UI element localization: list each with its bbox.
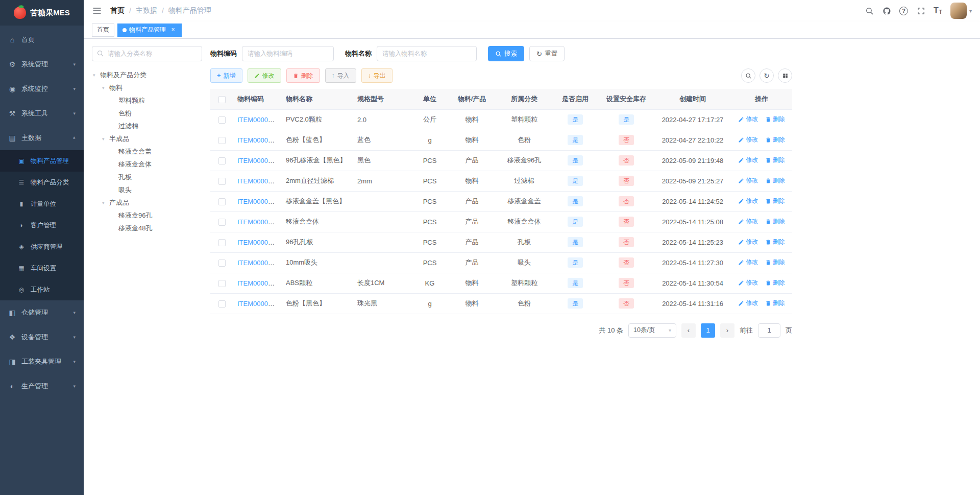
sidebar-item[interactable]: ▮ 计量单位 [0, 193, 84, 215]
help-icon[interactable] [899, 7, 908, 15]
row-checkbox[interactable] [218, 260, 226, 267]
row-delete-button[interactable]: 删除 [765, 278, 785, 287]
row-edit-button[interactable]: 修改 [738, 156, 758, 164]
tree-node[interactable]: 孔板 [92, 171, 202, 183]
sidebar-item[interactable]: ⌂ 首页 [0, 28, 84, 52]
row-checkbox[interactable] [218, 178, 226, 185]
row-edit-button[interactable]: 修改 [738, 258, 758, 267]
tree-node[interactable]: 塑料颗粒 [92, 94, 202, 107]
material-code-link[interactable]: ITEM00000056 [237, 300, 282, 308]
material-code-input[interactable] [242, 46, 334, 61]
search-button[interactable]: 搜索 [488, 46, 524, 61]
row-checkbox[interactable] [218, 239, 226, 246]
row-delete-button[interactable]: 删除 [765, 258, 785, 267]
select-all-checkbox[interactable] [218, 96, 226, 103]
category-search-input[interactable] [92, 46, 202, 61]
row-checkbox[interactable] [218, 219, 226, 226]
row-edit-button[interactable]: 修改 [738, 176, 758, 185]
row-delete-button[interactable]: 删除 [765, 197, 785, 205]
sidebar-item[interactable]: ◨ 工装夹具管理 [0, 349, 84, 374]
tree-node[interactable]: 移液盒96孔 [92, 209, 202, 222]
row-delete-button[interactable]: 删除 [765, 217, 785, 226]
columns-button[interactable] [778, 68, 792, 83]
row-checkbox[interactable] [218, 198, 226, 205]
material-code-link[interactable]: ITEM00000055 [237, 279, 282, 287]
sidebar-item[interactable]: ◉ 系统监控 [0, 77, 84, 101]
tree-node[interactable]: 产成品 [92, 196, 202, 209]
row-delete-button[interactable]: 删除 [765, 135, 785, 144]
tree-node[interactable]: 吸头 [92, 183, 202, 196]
material-code-link[interactable]: ITEM00000054 [237, 259, 282, 267]
row-edit-button[interactable]: 修改 [738, 238, 758, 246]
sidebar-item[interactable]: ◎ 工作站 [0, 279, 84, 300]
row-delete-button[interactable]: 删除 [765, 238, 785, 246]
row-edit-button[interactable]: 修改 [738, 115, 758, 124]
material-code-link[interactable]: ITEM00000037 [237, 116, 282, 124]
sidebar-item[interactable]: ☰ 物料产品分类 [0, 172, 84, 193]
font-size-icon[interactable] [934, 7, 942, 15]
material-code-link[interactable]: ITEM00000053 [237, 239, 282, 246]
row-checkbox[interactable] [218, 116, 226, 124]
tree-node[interactable]: 物料及产品分类 [92, 68, 202, 81]
user-menu[interactable] [950, 3, 972, 19]
delete-button[interactable]: 删除 [286, 68, 320, 83]
sidebar-item[interactable]: ▦ 车间设置 [0, 257, 84, 279]
next-page-button[interactable]: › [720, 323, 734, 338]
material-name-input[interactable] [377, 46, 477, 61]
toggle-search-button[interactable] [741, 68, 755, 83]
material-code-link[interactable]: ITEM00000049 [237, 177, 282, 185]
sidebar-item[interactable]: ◈ 供应商管理 [0, 236, 84, 257]
row-edit-button[interactable]: 修改 [738, 197, 758, 205]
sidebar-item[interactable]: ▤ 主数据 [0, 126, 84, 150]
material-code-link[interactable]: ITEM00000052 [237, 218, 282, 226]
row-edit-button[interactable]: 修改 [738, 299, 758, 308]
app-logo[interactable]: 苦糖果MES [0, 0, 84, 26]
material-code-link[interactable]: ITEM00000046 [237, 157, 282, 164]
row-checkbox[interactable] [218, 137, 226, 144]
fullscreen-icon[interactable] [916, 6, 925, 15]
close-icon[interactable] [169, 27, 177, 34]
row-checkbox[interactable] [218, 300, 226, 308]
export-button[interactable]: 导出 [361, 68, 393, 83]
sidebar-item[interactable]: ◐ 生产管理 [0, 374, 84, 398]
row-delete-button[interactable]: 删除 [765, 299, 785, 308]
tree-node[interactable]: 色粉 [92, 107, 202, 120]
sidebar-item[interactable]: ⚒ 系统工具 [0, 101, 84, 126]
prev-page-button[interactable]: ‹ [681, 323, 696, 338]
sidebar-item[interactable]: ▣ 物料产品管理 [0, 150, 84, 172]
search-icon[interactable] [865, 6, 874, 15]
tree-node[interactable]: 移液盒盒盖 [92, 145, 202, 158]
tab[interactable]: 首页 [92, 23, 114, 37]
tree-node[interactable]: 移液盒盒体 [92, 158, 202, 171]
tab[interactable]: 物料产品管理 [117, 23, 182, 37]
sidebar-item[interactable]: ◗ 客户管理 [0, 215, 84, 236]
sidebar-item[interactable]: ◧ 仓储管理 [0, 300, 84, 325]
row-delete-button[interactable]: 删除 [765, 156, 785, 164]
row-edit-button[interactable]: 修改 [738, 135, 758, 144]
row-edit-button[interactable]: 修改 [738, 278, 758, 287]
sidebar-item[interactable]: ⚙ 系统管理 [0, 52, 84, 77]
github-icon[interactable] [882, 6, 891, 15]
tree-node[interactable]: 过滤棉 [92, 120, 202, 132]
tree-node[interactable]: 物料 [92, 81, 202, 94]
row-checkbox[interactable] [218, 157, 226, 164]
page-size-select[interactable]: 10条/页 [628, 323, 676, 338]
row-edit-button[interactable]: 修改 [738, 217, 758, 226]
row-checkbox[interactable] [218, 280, 226, 287]
refresh-button[interactable] [760, 68, 774, 83]
goto-page-input[interactable] [758, 323, 780, 338]
tree-node[interactable]: 半成品 [92, 132, 202, 145]
sidebar-item[interactable]: ❖ 设备管理 [0, 325, 84, 349]
reset-button[interactable]: 重置 [529, 46, 565, 61]
row-delete-button[interactable]: 删除 [765, 176, 785, 185]
material-code-link[interactable]: ITEM00000041 [237, 136, 282, 144]
row-delete-button[interactable]: 删除 [765, 115, 785, 124]
edit-button[interactable]: 修改 [248, 68, 281, 83]
tree-node[interactable]: 移液盒48孔 [92, 222, 202, 234]
material-code-link[interactable]: ITEM00000051 [237, 198, 282, 205]
import-button[interactable]: 导入 [325, 68, 356, 83]
current-page-button[interactable]: 1 [701, 323, 715, 338]
breadcrumb-home[interactable]: 首页 [110, 6, 125, 15]
sidebar-toggle-icon[interactable] [92, 6, 102, 16]
add-button[interactable]: 新增 [210, 68, 242, 83]
